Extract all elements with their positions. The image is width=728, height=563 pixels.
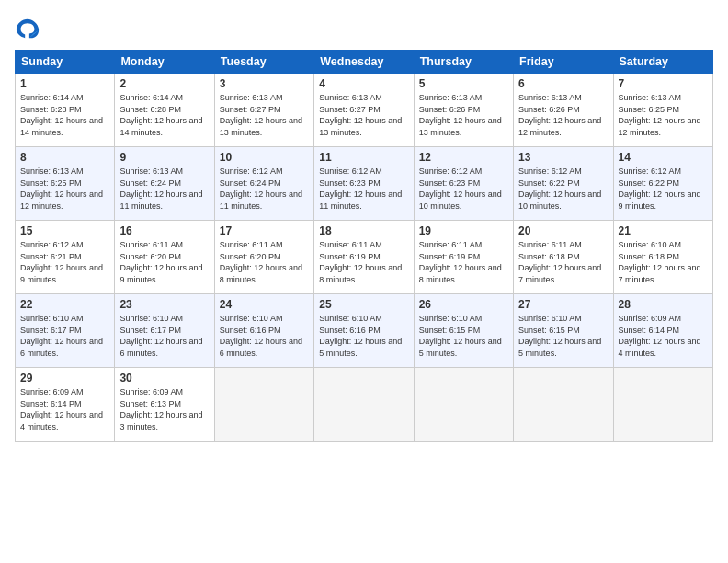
day-number: 20 [518, 224, 608, 237]
calendar-cell: 26 Sunrise: 6:10 AM Sunset: 6:15 PM Dayl… [414, 294, 513, 368]
calendar-cell: 28 Sunrise: 6:09 AM Sunset: 6:14 PM Dayl… [613, 294, 712, 368]
day-info: Sunrise: 6:11 AM Sunset: 6:18 PM Dayligh… [518, 239, 608, 285]
day-number: 21 [619, 224, 708, 237]
calendar-cell: 14 Sunrise: 6:12 AM Sunset: 6:22 PM Dayl… [613, 147, 712, 221]
day-number: 23 [119, 298, 209, 311]
day-number: 6 [518, 77, 608, 90]
calendar-week-row: 1 Sunrise: 6:14 AM Sunset: 6:28 PM Dayli… [16, 74, 713, 147]
calendar-cell: 12 Sunrise: 6:12 AM Sunset: 6:23 PM Dayl… [414, 147, 513, 221]
day-number: 16 [119, 224, 209, 237]
calendar-cell [214, 368, 313, 442]
calendar-cell: 8 Sunrise: 6:13 AM Sunset: 6:25 PM Dayli… [16, 147, 115, 221]
calendar: SundayMondayTuesdayWednesdayThursdayFrid… [15, 50, 713, 442]
day-info: Sunrise: 6:14 AM Sunset: 6:28 PM Dayligh… [119, 92, 209, 138]
day-info: Sunrise: 6:11 AM Sunset: 6:19 PM Dayligh… [319, 239, 408, 285]
day-number: 18 [319, 224, 408, 237]
day-number: 28 [619, 298, 708, 311]
day-number: 7 [619, 77, 708, 90]
day-info: Sunrise: 6:10 AM Sunset: 6:15 PM Dayligh… [419, 313, 508, 359]
day-info: Sunrise: 6:12 AM Sunset: 6:21 PM Dayligh… [20, 239, 109, 285]
header [15, 15, 713, 40]
calendar-cell: 23 Sunrise: 6:10 AM Sunset: 6:17 PM Dayl… [115, 294, 214, 368]
calendar-cell: 20 Sunrise: 6:11 AM Sunset: 6:18 PM Dayl… [514, 221, 613, 294]
day-number: 22 [20, 298, 109, 311]
day-number: 30 [119, 372, 209, 385]
day-number: 4 [319, 77, 408, 90]
day-info: Sunrise: 6:12 AM Sunset: 6:22 PM Dayligh… [619, 166, 708, 212]
calendar-week-row: 29 Sunrise: 6:09 AM Sunset: 6:14 PM Dayl… [16, 368, 713, 442]
day-number: 19 [419, 224, 508, 237]
page: SundayMondayTuesdayWednesdayThursdayFrid… [0, 0, 728, 563]
day-info: Sunrise: 6:10 AM Sunset: 6:16 PM Dayligh… [220, 313, 309, 359]
calendar-cell: 18 Sunrise: 6:11 AM Sunset: 6:19 PM Dayl… [314, 221, 414, 294]
day-number: 2 [119, 77, 209, 90]
col-header-saturday: Saturday [613, 51, 712, 74]
day-info: Sunrise: 6:10 AM Sunset: 6:18 PM Dayligh… [619, 239, 708, 285]
calendar-cell: 15 Sunrise: 6:12 AM Sunset: 6:21 PM Dayl… [16, 221, 115, 294]
day-info: Sunrise: 6:13 AM Sunset: 6:27 PM Dayligh… [319, 92, 408, 138]
day-number: 17 [220, 224, 309, 237]
day-info: Sunrise: 6:13 AM Sunset: 6:25 PM Dayligh… [619, 92, 708, 138]
calendar-cell: 24 Sunrise: 6:10 AM Sunset: 6:16 PM Dayl… [214, 294, 313, 368]
day-number: 8 [20, 151, 109, 164]
day-info: Sunrise: 6:14 AM Sunset: 6:28 PM Dayligh… [20, 92, 109, 138]
day-info: Sunrise: 6:12 AM Sunset: 6:24 PM Dayligh… [220, 166, 309, 212]
day-number: 14 [619, 151, 708, 164]
day-number: 13 [518, 151, 608, 164]
calendar-cell: 16 Sunrise: 6:11 AM Sunset: 6:20 PM Dayl… [115, 221, 214, 294]
calendar-cell: 25 Sunrise: 6:10 AM Sunset: 6:16 PM Dayl… [314, 294, 414, 368]
calendar-cell: 4 Sunrise: 6:13 AM Sunset: 6:27 PM Dayli… [314, 74, 414, 147]
col-header-friday: Friday [514, 51, 613, 74]
calendar-cell: 21 Sunrise: 6:10 AM Sunset: 6:18 PM Dayl… [613, 221, 712, 294]
calendar-cell: 13 Sunrise: 6:12 AM Sunset: 6:22 PM Dayl… [514, 147, 613, 221]
calendar-week-row: 8 Sunrise: 6:13 AM Sunset: 6:25 PM Dayli… [16, 147, 713, 221]
calendar-cell: 5 Sunrise: 6:13 AM Sunset: 6:26 PM Dayli… [414, 74, 513, 147]
day-info: Sunrise: 6:10 AM Sunset: 6:17 PM Dayligh… [119, 313, 209, 359]
calendar-cell: 2 Sunrise: 6:14 AM Sunset: 6:28 PM Dayli… [115, 74, 214, 147]
calendar-cell [414, 368, 513, 442]
calendar-cell: 3 Sunrise: 6:13 AM Sunset: 6:27 PM Dayli… [214, 74, 313, 147]
day-info: Sunrise: 6:10 AM Sunset: 6:16 PM Dayligh… [319, 313, 408, 359]
day-info: Sunrise: 6:10 AM Sunset: 6:17 PM Dayligh… [20, 313, 109, 359]
day-info: Sunrise: 6:11 AM Sunset: 6:20 PM Dayligh… [119, 239, 209, 285]
calendar-week-row: 15 Sunrise: 6:12 AM Sunset: 6:21 PM Dayl… [16, 221, 713, 294]
day-info: Sunrise: 6:12 AM Sunset: 6:23 PM Dayligh… [319, 166, 408, 212]
day-number: 24 [220, 298, 309, 311]
calendar-cell: 30 Sunrise: 6:09 AM Sunset: 6:13 PM Dayl… [115, 368, 214, 442]
calendar-cell [613, 368, 712, 442]
calendar-cell: 10 Sunrise: 6:12 AM Sunset: 6:24 PM Dayl… [214, 147, 313, 221]
day-info: Sunrise: 6:09 AM Sunset: 6:14 PM Dayligh… [20, 386, 109, 432]
day-info: Sunrise: 6:11 AM Sunset: 6:19 PM Dayligh… [419, 239, 508, 285]
day-info: Sunrise: 6:12 AM Sunset: 6:23 PM Dayligh… [419, 166, 508, 212]
calendar-cell: 17 Sunrise: 6:11 AM Sunset: 6:20 PM Dayl… [214, 221, 313, 294]
col-header-sunday: Sunday [16, 51, 115, 74]
day-number: 3 [220, 77, 309, 90]
day-info: Sunrise: 6:13 AM Sunset: 6:27 PM Dayligh… [220, 92, 309, 138]
calendar-cell: 6 Sunrise: 6:13 AM Sunset: 6:26 PM Dayli… [514, 74, 613, 147]
col-header-tuesday: Tuesday [214, 51, 313, 74]
logo-icon [15, 15, 40, 40]
day-info: Sunrise: 6:13 AM Sunset: 6:26 PM Dayligh… [518, 92, 608, 138]
day-number: 5 [419, 77, 508, 90]
calendar-cell: 19 Sunrise: 6:11 AM Sunset: 6:19 PM Dayl… [414, 221, 513, 294]
day-info: Sunrise: 6:13 AM Sunset: 6:26 PM Dayligh… [419, 92, 508, 138]
day-number: 10 [220, 151, 309, 164]
day-info: Sunrise: 6:10 AM Sunset: 6:15 PM Dayligh… [518, 313, 608, 359]
calendar-cell [314, 368, 414, 442]
day-number: 27 [518, 298, 608, 311]
day-info: Sunrise: 6:09 AM Sunset: 6:13 PM Dayligh… [119, 386, 209, 432]
calendar-week-row: 22 Sunrise: 6:10 AM Sunset: 6:17 PM Dayl… [16, 294, 713, 368]
calendar-cell: 1 Sunrise: 6:14 AM Sunset: 6:28 PM Dayli… [16, 74, 115, 147]
day-number: 25 [319, 298, 408, 311]
calendar-cell: 29 Sunrise: 6:09 AM Sunset: 6:14 PM Dayl… [16, 368, 115, 442]
day-info: Sunrise: 6:13 AM Sunset: 6:24 PM Dayligh… [119, 166, 209, 212]
day-info: Sunrise: 6:12 AM Sunset: 6:22 PM Dayligh… [518, 166, 608, 212]
day-number: 11 [319, 151, 408, 164]
day-info: Sunrise: 6:11 AM Sunset: 6:20 PM Dayligh… [220, 239, 309, 285]
col-header-monday: Monday [115, 51, 214, 74]
col-header-wednesday: Wednesday [314, 51, 414, 74]
calendar-cell: 22 Sunrise: 6:10 AM Sunset: 6:17 PM Dayl… [16, 294, 115, 368]
calendar-cell: 27 Sunrise: 6:10 AM Sunset: 6:15 PM Dayl… [514, 294, 613, 368]
calendar-cell: 7 Sunrise: 6:13 AM Sunset: 6:25 PM Dayli… [613, 74, 712, 147]
calendar-cell: 11 Sunrise: 6:12 AM Sunset: 6:23 PM Dayl… [314, 147, 414, 221]
